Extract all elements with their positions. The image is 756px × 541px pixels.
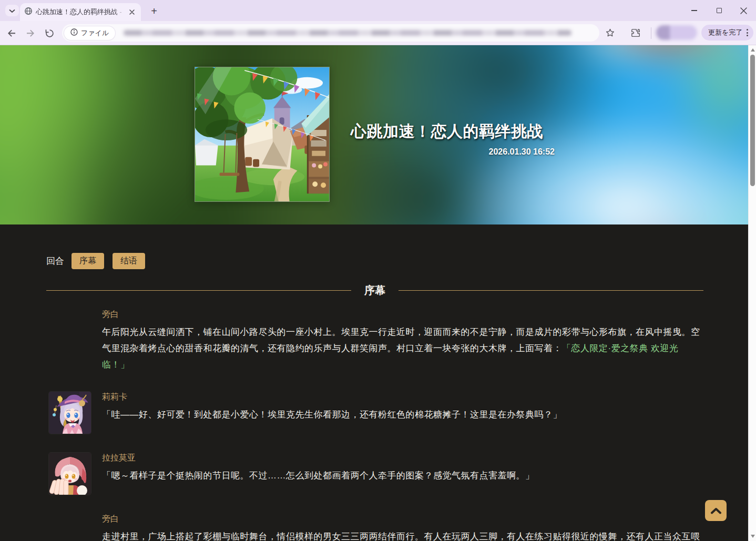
- speaker-name: 旁白: [102, 514, 703, 524]
- phase-button-prologue[interactable]: 序幕: [71, 253, 104, 269]
- phase-button-epilogue[interactable]: 结语: [113, 253, 145, 269]
- url-text-blurred: [124, 30, 571, 36]
- avatar-slot-empty: [49, 309, 91, 373]
- update-button[interactable]: 更新を完了: [701, 25, 753, 40]
- phase-controls: 回合 序幕 结语: [46, 253, 703, 269]
- reload-button[interactable]: [43, 27, 56, 39]
- avatar-lilika-image: [49, 392, 91, 434]
- maximize-button[interactable]: [707, 0, 731, 21]
- info-icon: [70, 28, 78, 37]
- entry-text: 「嗯～看样子是个挺热闹的节日呢。不过……怎么到处都画着两个人牵手的图案？感觉气氛…: [102, 467, 703, 484]
- chevron-down-icon: [9, 6, 15, 15]
- star-icon: [605, 28, 615, 38]
- scroll-to-top-button[interactable]: [705, 500, 727, 521]
- scrollbar-down-arrow[interactable]: [751, 535, 755, 538]
- entry-text: 「哇——好、好可爱！到处都是小爱心！埃里克先生你看那边，还有粉红色的棉花糖摊子！…: [102, 406, 703, 423]
- log-entry-dialogue: 莉莉卡 「哇——好、好可爱！到处都是小爱心！埃里克先生你看那边，还有粉红色的棉花…: [46, 392, 703, 434]
- new-tab-button[interactable]: +: [148, 5, 160, 17]
- section-title: 序幕: [351, 283, 399, 298]
- back-button[interactable]: [5, 27, 18, 39]
- browser-tab[interactable]: 心跳加速！恋人的羁绊挑战 - 20: [20, 3, 141, 21]
- tab-title: 心跳加速！恋人的羁绊挑战 - 20: [36, 7, 124, 17]
- entry-text: 午后阳光从云缝间洒下，铺在山间小路尽头的一座小村上。埃里克一行走近时，迎面而来的…: [102, 324, 703, 373]
- kebab-menu-icon: [745, 28, 749, 37]
- avatar-lalamoya-image: [49, 453, 91, 495]
- address-bar[interactable]: ファイル: [62, 24, 599, 42]
- tab-strip: 心跳加速！恋人的羁绊挑战 - 20 +: [0, 0, 756, 21]
- scrollbar-up-arrow[interactable]: [751, 48, 755, 52]
- browser-window: 心跳加速！恋人的羁绊挑战 - 20 +: [0, 0, 756, 541]
- tab-search-button[interactable]: [5, 5, 19, 16]
- round-label: 回合: [46, 255, 64, 267]
- puzzle-icon: [630, 28, 640, 38]
- toolbar-separator: [651, 27, 651, 39]
- speaker-name: 拉拉莫亚: [102, 453, 703, 463]
- scrollbar-thumb[interactable]: [750, 55, 755, 186]
- village-festival-illustration: [195, 67, 329, 201]
- section-header: 序幕: [46, 283, 703, 298]
- update-button-label: 更新を完了: [708, 28, 742, 37]
- back-arrow-icon: [6, 28, 17, 38]
- window-controls: [682, 0, 756, 21]
- browser-toolbar: ファイル 更新を完了: [0, 21, 756, 45]
- bookmark-button[interactable]: [604, 26, 616, 39]
- extensions-button[interactable]: [629, 26, 641, 39]
- tab-close-button[interactable]: [127, 7, 137, 17]
- site-info-chip[interactable]: ファイル: [64, 26, 115, 40]
- hero-banner: 心跳加速！恋人的羁绊挑战 2026.01.30 16:52: [0, 45, 748, 224]
- chevron-up-icon: [710, 507, 722, 514]
- avatar-slot-empty: [49, 514, 91, 541]
- page-scrollbar[interactable]: [748, 45, 756, 541]
- maximize-icon: [717, 8, 722, 13]
- close-icon: [740, 7, 747, 14]
- forward-button[interactable]: [24, 27, 37, 39]
- close-window-button[interactable]: [731, 0, 756, 21]
- speaker-name: 莉莉卡: [102, 392, 703, 402]
- log-entry-narration: 旁白 走进村里，广场上搭起了彩棚与临时舞台，情侣模样的男女三三两两结伴而行。有人…: [46, 514, 703, 541]
- forward-arrow-icon: [25, 28, 36, 38]
- address-chip-label: ファイル: [81, 28, 109, 38]
- minimize-icon: [691, 10, 697, 11]
- page-viewport: 心跳加速！恋人的羁绊挑战 2026.01.30 16:52 回合 序幕 结语 序…: [0, 45, 748, 541]
- profile-button[interactable]: [656, 25, 697, 40]
- hero-thumbnail-image: [195, 67, 330, 202]
- minimize-button[interactable]: [682, 0, 707, 21]
- globe-icon: [24, 7, 33, 17]
- entry-text: 走进村里，广场上搭起了彩棚与临时舞台，情侣模样的男女三三两两结伴而行。有人在玩两…: [102, 528, 703, 541]
- log-entry-dialogue: 拉拉莫亚 「嗯～看样子是个挺热闹的节日呢。不过……怎么到处都画着两个人牵手的图案…: [46, 453, 703, 495]
- reload-icon: [45, 28, 55, 38]
- session-datetime: 2026.01.30 16:52: [351, 147, 555, 157]
- log-content: 回合 序幕 结语 序幕 旁白 午后阳光从云缝间洒下，铺在山间小路尽头的一座小村上…: [46, 224, 703, 541]
- speaker-name: 旁白: [102, 309, 703, 320]
- divider-line: [46, 290, 351, 291]
- log-entry-narration: 旁白 午后阳光从云缝间洒下，铺在山间小路尽头的一座小村上。埃里克一行走近时，迎面…: [46, 309, 703, 373]
- page-title: 心跳加速！恋人的羁绊挑战: [351, 121, 555, 142]
- hero-text-block: 心跳加速！恋人的羁绊挑战 2026.01.30 16:52: [351, 121, 555, 157]
- close-icon: [129, 9, 135, 15]
- divider-line: [399, 290, 703, 291]
